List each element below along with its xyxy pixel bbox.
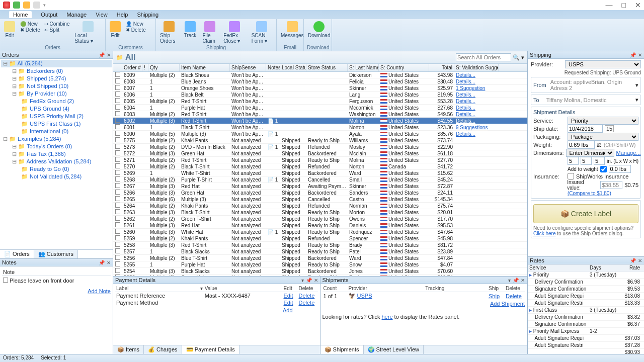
packaging-select[interactable]: Package	[568, 133, 638, 141]
scan-form-button[interactable]: SCAN Form ▾	[251, 20, 273, 45]
rate-row[interactable]: $30.93	[528, 349, 644, 354]
payment-add-link[interactable]: Add	[283, 307, 293, 313]
table-row[interactable]: 5267Multiple (3)Red HatNot analyzedShipp…	[113, 183, 527, 190]
tab-shipments[interactable]: 📦 Shipments	[320, 345, 364, 354]
table-row[interactable]: 5275Multiple (2)Khaki PantsNot analyzedS…	[113, 137, 527, 144]
table-row[interactable]: 6009Multiple (2)Black ShoesWon't be Appl…	[113, 72, 527, 78]
table-row[interactable]: 5270Multiple (2)Black T-ShirtNot analyze…	[113, 163, 527, 170]
service-select[interactable]: Priority	[568, 117, 638, 125]
table-row[interactable]: 5263Multiple (3)Black T-ShirtNot analyze…	[113, 209, 527, 216]
tree-item[interactable]: 📁 UPS Ground (4)	[1, 105, 112, 113]
insured-value-input[interactable]	[600, 181, 622, 189]
tab-street-level[interactable]: 🌍 Street Level View	[364, 345, 424, 354]
menu-shipping[interactable]: Shipping	[137, 12, 158, 18]
rate-row[interactable]: ▸ Priority3 (Tuesday)	[528, 272, 644, 279]
rate-row[interactable]: Delivery Confirmation$3.82	[528, 314, 644, 321]
tab-customers[interactable]: 👥 Customers	[34, 250, 78, 258]
menu-help[interactable]: Help	[117, 12, 128, 18]
rate-row[interactable]: Adult Signature Requi$37.03	[528, 335, 644, 342]
table-row[interactable]: 5265Multiple (6)Multiple (3)Not analyzed…	[113, 196, 527, 203]
table-row[interactable]: 5261Multiple (3)Red HatNot analyzedShipp…	[113, 222, 527, 229]
create-label-button[interactable]: 📦 Create Label	[533, 204, 638, 223]
orders-edit-button[interactable]: Edit	[3, 20, 16, 39]
tab-charges[interactable]: 💰 Charges	[144, 345, 182, 354]
add-note-link[interactable]: Add Note	[88, 288, 111, 294]
table-row[interactable]: 5254Multiple (3)Black SlacksNot analyzed…	[113, 268, 527, 275]
tree-item[interactable]: 📁 Ready to Go (0)	[1, 165, 112, 173]
qat-download-icon[interactable]	[13, 2, 20, 9]
tab-items[interactable]: 📦 Items	[113, 345, 144, 354]
table-row[interactable]: 52571Black SlacksNot analyzedShippedRead…	[113, 248, 527, 255]
table-row[interactable]: 60041Purple HatWon't be AppliedMccormick…	[113, 105, 527, 111]
calendar-icon[interactable]: 15	[605, 125, 614, 132]
rate-row[interactable]: Adult Signature Restri$37.28	[528, 342, 644, 349]
search-icon[interactable]: 🔍	[513, 54, 520, 60]
weight-input[interactable]	[568, 141, 595, 149]
tree-item[interactable]: 📁 USPS First Class (1)	[1, 120, 112, 128]
add-shipment-link[interactable]: Add Shipment	[490, 301, 525, 307]
tree-item[interactable]: ⊟ 📁 Not Shipped (10)	[1, 82, 112, 90]
tree-item[interactable]: ⊟ 📁 By Provider (10)	[1, 90, 112, 98]
dim-w-input[interactable]	[581, 157, 592, 165]
table-row[interactable]: 5268Multiple (2)Purple T-ShirtNot analyz…	[113, 176, 527, 183]
table-row[interactable]: 5260Multiple (3)White HatNot analyzed📄 1…	[113, 229, 527, 235]
window-minimize[interactable]: —	[606, 1, 613, 9]
insurance-check[interactable]	[568, 173, 574, 179]
rate-row[interactable]: ▸ First Class3 (Tuesday)	[528, 307, 644, 314]
ship-date-input[interactable]	[568, 125, 603, 133]
scale-icon[interactable]: ⚖	[597, 142, 602, 148]
table-row[interactable]: 5273Multiple (2)DVD - Men In BlackNot an…	[113, 144, 527, 150]
rate-row[interactable]: Delivery Confirmation$6.98	[528, 279, 644, 286]
dims-select[interactable]: Enter Dimensions	[566, 149, 614, 157]
fedex-close-button[interactable]: FedEx Close ▾	[222, 20, 247, 45]
tree-item[interactable]: ⊟ 📁 Shipped (5,274)	[1, 75, 112, 82]
ship-orders-button[interactable]: Ship Orders	[159, 20, 179, 45]
tree-item[interactable]: ⊟ 📁 All (5,284)	[1, 60, 112, 67]
orders-new-button[interactable]: 🟢 New	[20, 21, 40, 27]
search-input[interactable]	[456, 53, 511, 61]
table-row[interactable]: 52551Purple HatNot analyzedShippedReady …	[113, 261, 527, 268]
rate-row[interactable]: Adult Signature Restri$13.33	[528, 300, 644, 307]
qat-box-icon[interactable]	[23, 2, 30, 9]
table-row[interactable]: 52691White T-ShirtNot analyzedShippedBac…	[113, 170, 527, 176]
tree-item[interactable]: 📁 USPS Priority Mail (2)	[1, 113, 112, 120]
cust-edit-button[interactable]: Edit	[109, 20, 122, 39]
cust-new-button[interactable]: 👤 New	[126, 21, 146, 27]
menu-output[interactable]: Output	[41, 12, 57, 18]
orders-combine-button[interactable]: ⇢ Combine	[44, 21, 70, 27]
table-row[interactable]: 60081Blue JeansWon't be AppliedFeliciaUn…	[113, 78, 527, 85]
orders-split-button[interactable]: ⇠ Split	[44, 27, 70, 33]
tree-item[interactable]: 📁 FedEx Ground (2)	[1, 98, 112, 105]
file-claim-button[interactable]: File Claim	[201, 20, 218, 45]
table-row[interactable]: 5262Multiple (2)Green T-ShirtNot analyze…	[113, 216, 527, 222]
pin-icon[interactable]: 📌	[99, 52, 105, 58]
tree-item[interactable]: 📁 International (0)	[1, 128, 112, 135]
qat-dropdown[interactable]: ▾	[43, 3, 46, 8]
table-row[interactable]: 6005Multiple (2)Red T-ShirtWon't be Appl…	[113, 98, 527, 105]
rate-row[interactable]: Adult Signature Requi$13.08	[528, 293, 644, 300]
from-selector[interactable]: FromAccount: apptiveBrian, Origin Adress…	[531, 77, 641, 93]
dims-manage-link[interactable]: Manage...	[616, 150, 641, 156]
table-row[interactable]: 60061Black BeltWon't be AppliedLangUnite…	[113, 92, 527, 98]
search-menu-icon[interactable]: ▾	[521, 54, 524, 60]
track-button[interactable]: Track	[183, 20, 198, 39]
add-weight-input[interactable]	[609, 165, 631, 173]
dim-h-input[interactable]	[594, 157, 605, 165]
menu-view[interactable]: View	[96, 12, 108, 18]
window-close[interactable]: ✕	[635, 1, 641, 9]
close-icon[interactable]: ✕	[107, 260, 111, 265]
orders-tree[interactable]: ⊟ 📁 All (5,284)⊟ 📁 Backorders (0)⊟ 📁 Shi…	[0, 59, 113, 249]
pin-icon[interactable]: 📌	[99, 260, 105, 265]
cust-delete-button[interactable]: ✖ Delete	[126, 27, 146, 33]
download-button[interactable]: Download	[307, 20, 331, 39]
table-row[interactable]: 5256Multiple (2)Blue T-ShirtNot analyzed…	[113, 255, 527, 261]
table-row[interactable]: 5271Multiple (2)Red T-ShirtNot analyzedS…	[113, 157, 527, 163]
orders-delete-button[interactable]: ✖ Delete	[20, 27, 40, 33]
table-row[interactable]: 5259Multiple (2)Khaki PantsNot analyzedS…	[113, 235, 527, 242]
table-row[interactable]: 5266Multiple (3)Green HatNot analyzedShi…	[113, 190, 527, 196]
add-to-weight-check[interactable]	[600, 166, 607, 172]
tree-item[interactable]: 📁 Not Validated (5,284)	[1, 173, 112, 180]
menu-manage[interactable]: Manage	[66, 12, 87, 18]
tree-item[interactable]: ⊟ 📁 Address Validation (5,284)	[1, 158, 112, 165]
table-row[interactable]: 5272Multiple (3)Green HatNot analyzedShi…	[113, 150, 527, 157]
